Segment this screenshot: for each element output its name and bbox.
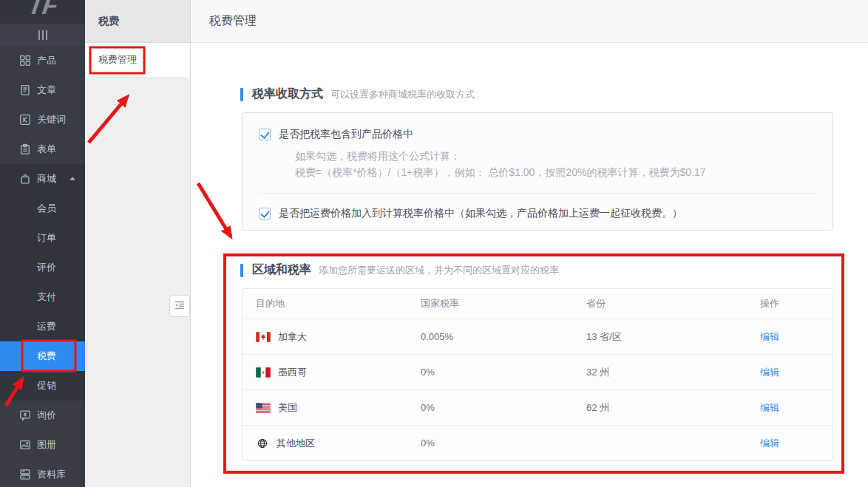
secondary-panel: 税费 税费管理 [85, 0, 191, 487]
edit-link[interactable]: 编辑 [760, 331, 779, 342]
checkbox-label: 是否把运费价格加入到计算税率价格中（如果勾选，产品价格加上运费一起征收税费。） [279, 207, 682, 220]
column-header-country-rate: 国家税率 [407, 297, 573, 310]
sidebar-item-label: 运费 [37, 320, 56, 333]
table-header-row: 目的地 国家税率 省份 操作 [243, 289, 833, 319]
edit-link[interactable]: 编辑 [760, 437, 779, 449]
sidebar-item-mall[interactable]: 商城 [0, 164, 85, 194]
help-line: 如果勾选，税费将用这个公式计算： [295, 148, 816, 164]
sidebar-item-products[interactable]: 产品 [0, 46, 85, 75]
sidebar-item-label: 促销 [37, 379, 56, 392]
sidebar-item-label: 询价 [37, 409, 56, 422]
sidebar-item-inquiry[interactable]: 询价 [0, 401, 85, 430]
page-title: 税费管理 [209, 13, 257, 29]
submenu-item-tax-management[interactable]: 税费管理 [85, 43, 190, 77]
sidebar-item-label: 文章 [37, 84, 56, 97]
sidebar-item-forms[interactable]: 表单 [0, 134, 85, 164]
table-row-canada: 加拿大 0.005% 13 省/区 编辑 [243, 319, 833, 354]
provinces-count: 32 州 [573, 366, 747, 379]
tax-mode-panel: 是否把税率包含到产品价格中 如果勾选，税费将用这个公式计算： 税费=（税率*价格… [242, 112, 833, 231]
checkbox-label: 是否把税率包含到产品价格中 [279, 128, 413, 141]
section-subtitle: 添加您所需要运送的区域，并为不同的区域置对应的税率 [319, 264, 559, 277]
app-logo: TF [0, 0, 85, 24]
section-title: 税率收取方式 [252, 86, 323, 102]
destination-name: 其他地区 [277, 437, 315, 450]
mall-menu-group: 商城 会员 订单 评价 支付 运费 税费 促销 [0, 164, 85, 401]
option-include-tax-in-price: 是否把税率包含到产品价格中 如果勾选，税费将用这个公式计算： 税费=（税率*价格… [243, 113, 833, 194]
sidebar-item-label: 图册 [37, 438, 56, 452]
table-row-usa: 美国 0% 62 州 编辑 [243, 389, 833, 425]
sidebar-item-shipping[interactable]: 运费 [0, 312, 85, 341]
sidebar-item-reviews[interactable]: 评价 [0, 253, 85, 282]
edit-link[interactable]: 编辑 [760, 402, 779, 413]
sidebar-nav: 产品 文章 关键词 表单 [0, 46, 85, 487]
sidebar-item-articles[interactable]: 文章 [0, 75, 85, 105]
country-rate: 0% [407, 367, 573, 378]
sidebar-item-orders[interactable]: 订单 [0, 223, 85, 253]
section-accent-bar [240, 88, 243, 101]
chevron-up-icon [69, 177, 75, 180]
section-tax-mode-header: 税率收取方式 可以设置多种商城税率的收取方式 [240, 86, 475, 102]
table-row-other-regions: 其他地区 0% 编辑 [243, 425, 833, 460]
inquiry-bubble-icon [19, 409, 31, 421]
provinces-count: 62 州 [573, 401, 747, 415]
page-header: 税费管理 [191, 0, 868, 43]
table-row-mexico: 墨西哥 0% 32 州 编辑 [243, 354, 833, 389]
form-icon [19, 143, 31, 155]
collapse-bars-icon [38, 30, 47, 40]
column-header-destination: 目的地 [243, 297, 407, 310]
sidebar-item-label: 关键词 [37, 113, 66, 126]
include-shipping-checkbox[interactable] [259, 208, 271, 219]
app-logo-text: TF [26, 0, 58, 18]
sidebar-item-label: 评价 [37, 261, 56, 274]
sidebar-item-label: 税费 [37, 350, 56, 363]
sidebar-item-label: 支付 [37, 290, 56, 304]
gallery-icon [19, 439, 31, 451]
keyword-icon [19, 114, 31, 126]
country-rate: 0.005% [407, 331, 573, 342]
country-rate: 0% [407, 437, 573, 449]
sidebar-item-label: 产品 [37, 54, 56, 67]
canada-flag [256, 332, 271, 342]
destination-name: 墨西哥 [278, 366, 307, 379]
outdent-icon [174, 301, 185, 312]
mexico-flag [256, 367, 271, 378]
country-rate: 0% [407, 402, 573, 413]
regions-table: 目的地 国家税率 省份 操作 加拿大 0.005% 13 省/区 编辑 [242, 288, 833, 461]
sidebar-item-gallery[interactable]: 图册 [0, 430, 85, 460]
section-accent-bar [240, 264, 243, 277]
include-tax-checkbox[interactable] [259, 129, 271, 140]
section-subtitle: 可以设置多种商城税率的收取方式 [330, 88, 475, 101]
column-header-actions: 操作 [747, 297, 833, 310]
option-include-shipping-in-tax: 是否把运费价格加入到计算税率价格中（如果勾选，产品价格加上运费一起征收税费。） [243, 194, 833, 231]
sidebar-item-tax-active[interactable]: 税费 [0, 341, 85, 371]
sidebar-item-keywords[interactable]: 关键词 [0, 105, 85, 134]
secondary-panel-title: 税费 [85, 0, 190, 43]
article-icon [19, 84, 31, 96]
library-icon [19, 469, 31, 480]
section-regions-header: 区域和税率 添加您所需要运送的区域，并为不同的区域置对应的税率 [240, 262, 559, 278]
main-content: 税费管理 税率收取方式 可以设置多种商城税率的收取方式 是否把税率包含到产品价格… [191, 0, 868, 487]
help-line: 税费=（税率*价格）/（1+税率），例如： 总价$1.00，按照20%的税率计算… [295, 164, 816, 180]
sidebar-collapse-button[interactable] [0, 24, 85, 46]
column-header-provinces: 省份 [573, 297, 747, 310]
sidebar-item-label: 会员 [37, 202, 56, 215]
sidebar-item-payments[interactable]: 支付 [0, 282, 85, 312]
destination-name: 美国 [278, 401, 297, 415]
sidebar-item-library[interactable]: 资料库 [0, 460, 85, 487]
globe-icon [256, 437, 269, 450]
panel-collapse-handle[interactable] [169, 295, 190, 317]
sidebar-item-promotions[interactable]: 促销 [0, 371, 85, 401]
sidebar: TF 产品 文章 [0, 0, 85, 487]
sidebar-item-label: 资料库 [37, 468, 66, 481]
usa-flag [256, 403, 271, 413]
edit-link[interactable]: 编辑 [760, 367, 779, 378]
grid-icon [19, 55, 31, 67]
help-text: 如果勾选，税费将用这个公式计算： 税费=（税率*价格）/（1+税率），例如： 总… [295, 148, 816, 180]
sidebar-item-members[interactable]: 会员 [0, 194, 85, 223]
sidebar-item-label: 商城 [37, 172, 56, 185]
destination-name: 加拿大 [278, 330, 307, 344]
shopping-bag-icon [19, 173, 31, 185]
provinces-count: 13 省/区 [573, 330, 747, 344]
sidebar-item-label: 订单 [37, 231, 56, 245]
sidebar-item-label: 表单 [37, 143, 56, 156]
